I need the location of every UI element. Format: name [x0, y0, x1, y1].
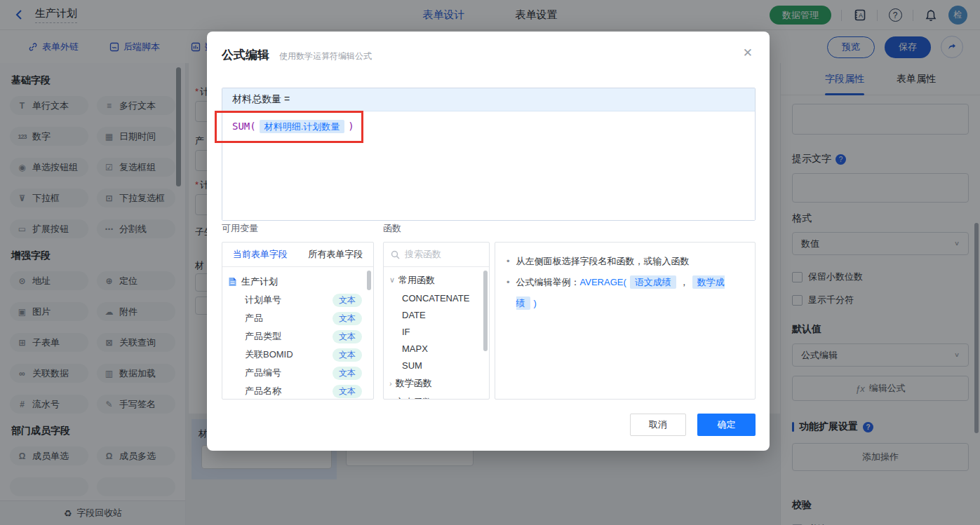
type-badge: 文本 — [333, 385, 362, 398]
hints-panel: • 从左侧面板选择字段名和函数，或输入函数 • 公式编辑举例：AVERAGE(语… — [495, 242, 756, 400]
tab-current-form-fields[interactable]: 当前表单字段 — [222, 243, 298, 266]
modal-subtitle: 使用数学运算符编辑公式 — [279, 50, 372, 62]
chevron-down-icon: ∨ — [389, 275, 395, 285]
variable-row[interactable]: 计划单号文本 — [228, 291, 368, 309]
document-icon — [228, 277, 237, 287]
variables-label: 可用变量 — [222, 222, 258, 235]
variable-row[interactable]: 产品类型文本 — [228, 327, 368, 346]
formula-target: 材料总数量 = — [222, 88, 755, 111]
formula-editor: 材料总数量 = SUM(材料明细.计划数量) — [222, 88, 756, 221]
function-group-math[interactable]: ›数学函数 — [384, 374, 489, 393]
cancel-button[interactable]: 取消 — [630, 414, 686, 436]
variable-row[interactable]: 产品文本 — [228, 309, 368, 327]
function-item[interactable]: MAPX — [384, 340, 489, 357]
function-item[interactable]: SUM — [384, 357, 489, 374]
app-screen: 生产计划 表单设计 表单设置 数据管理 A ? 检 表单外链 — [0, 0, 980, 525]
variables-scrollbar[interactable] — [367, 271, 371, 290]
function-group-common[interactable]: ∨常用函数 — [384, 271, 489, 289]
close-icon[interactable]: ✕ — [743, 46, 753, 60]
variable-row[interactable]: 关联BOMID文本 — [228, 346, 368, 364]
function-search-input[interactable]: 搜索函数 — [384, 243, 489, 267]
confirm-button[interactable]: 确定 — [697, 414, 756, 436]
formula-function-open: SUM( — [232, 121, 256, 132]
modal-title: 公式编辑 — [222, 47, 269, 63]
tab-all-form-fields[interactable]: 所有表单字段 — [298, 243, 374, 266]
type-badge: 文本 — [333, 367, 362, 380]
example-chip: 语文成绩 — [630, 275, 676, 289]
formula-function-close: ) — [348, 121, 354, 132]
chevron-right-icon: › — [389, 398, 392, 400]
formula-field-chip[interactable]: 材料明细.计划数量 — [260, 120, 345, 133]
hint-line-1: • 从左侧面板选择字段名和函数，或输入函数 — [506, 251, 744, 272]
variables-panel: 当前表单字段 所有表单字段 生产计划 计划单号文本 产品文本 产品类型文本 关联… — [222, 242, 374, 400]
functions-label: 函数 — [383, 222, 401, 235]
type-badge: 文本 — [333, 348, 362, 362]
functions-scrollbar[interactable] — [483, 271, 488, 351]
variable-tree-root[interactable]: 生产计划 — [228, 272, 368, 291]
bullet-icon: • — [506, 272, 510, 314]
function-item[interactable]: DATE — [384, 306, 489, 323]
chevron-right-icon: › — [389, 379, 392, 388]
formula-editor-modal: 公式编辑 使用数学运算符编辑公式 ✕ 材料总数量 = SUM(材料明细.计划数量… — [207, 32, 770, 451]
functions-panel: 搜索函数 ∨常用函数 CONCATENATE DATE IF MAPX SUM … — [383, 242, 490, 400]
variable-row[interactable]: 产品名称文本 — [228, 382, 368, 400]
search-icon — [391, 250, 400, 259]
variable-row[interactable]: 产品编号文本 — [228, 364, 368, 382]
type-badge: 文本 — [333, 330, 362, 343]
function-item[interactable]: IF — [384, 323, 489, 340]
function-group-text[interactable]: ›文本函数 — [384, 393, 489, 400]
hint-line-2: • 公式编辑举例：AVERAGE(语文成绩，数学成绩) — [506, 272, 744, 314]
function-item[interactable]: CONCATENATE — [384, 289, 489, 306]
formula-input-area[interactable]: SUM(材料明细.计划数量) — [222, 111, 755, 220]
search-placeholder: 搜索函数 — [405, 248, 441, 261]
type-badge: 文本 — [333, 294, 362, 307]
bullet-icon: • — [506, 251, 510, 272]
type-badge: 文本 — [333, 312, 362, 325]
